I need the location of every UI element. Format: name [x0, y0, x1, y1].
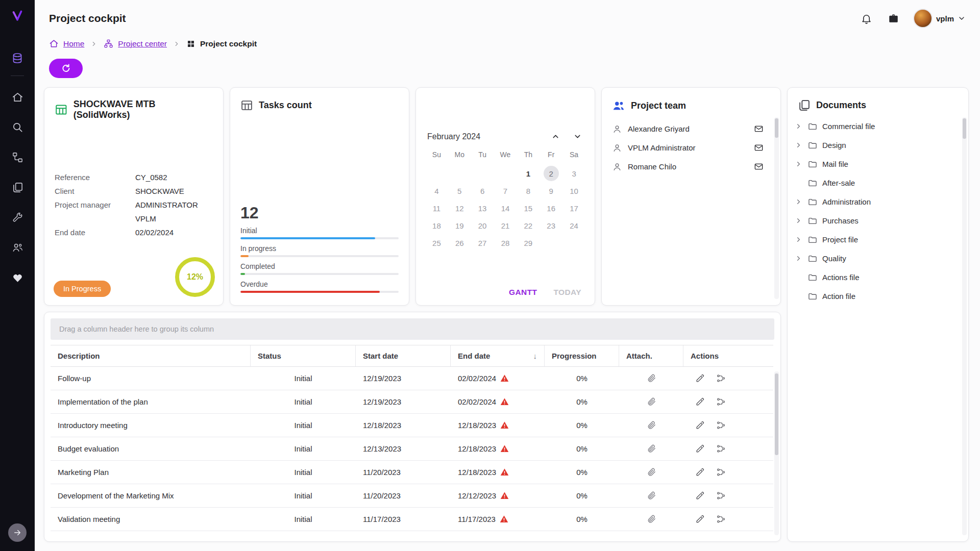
calendar-day[interactable]: 8: [517, 182, 540, 199]
gantt-button[interactable]: GANTT: [509, 288, 537, 297]
chevron-right-icon[interactable]: [795, 160, 803, 168]
team-member-row[interactable]: Romane Chilo: [612, 157, 773, 176]
table-scrollbar[interactable]: [774, 371, 779, 535]
email-member-button[interactable]: [752, 160, 765, 173]
calendar-day[interactable]: 25: [425, 234, 448, 252]
user-menu-button[interactable]: vplm: [913, 9, 966, 28]
notifications-button[interactable]: [859, 11, 874, 26]
calendar-day[interactable]: 6: [471, 182, 494, 199]
calendar-day[interactable]: 20: [471, 217, 494, 234]
calendar-day[interactable]: 16: [540, 199, 562, 217]
edit-task-button[interactable]: [694, 395, 706, 408]
table-row[interactable]: Implementation of the plan Initial 12/19…: [51, 390, 773, 414]
calendar-day[interactable]: 23: [540, 217, 562, 234]
edit-task-button[interactable]: [694, 442, 706, 455]
scrollbar-thumb[interactable]: [775, 118, 778, 138]
task-workflow-button[interactable]: [715, 372, 727, 385]
calendar-next-button[interactable]: [572, 131, 583, 142]
email-member-button[interactable]: [752, 122, 765, 135]
calendar-day-selected[interactable]: 2: [540, 165, 562, 182]
table-row[interactable]: Budget evaluation Initial 12/13/2023 12/…: [51, 437, 773, 461]
email-member-button[interactable]: [752, 141, 765, 154]
table-row[interactable]: Introductory meeting Initial 12/18/2023 …: [51, 414, 773, 437]
attachment-button[interactable]: [645, 372, 658, 385]
edit-task-button[interactable]: [694, 513, 706, 525]
task-workflow-button[interactable]: [715, 489, 727, 502]
scrollbar-thumb[interactable]: [775, 373, 778, 455]
column-header-attach[interactable]: Attach.: [619, 345, 683, 366]
breadcrumb-home[interactable]: Home: [49, 39, 84, 48]
sidebar-expand-button[interactable]: [8, 523, 27, 542]
calendar-day[interactable]: 29: [517, 234, 540, 252]
calendar-day[interactable]: 5: [448, 182, 471, 199]
task-workflow-button[interactable]: [715, 513, 727, 525]
calendar-day[interactable]: 19: [448, 217, 471, 234]
document-folder-row[interactable]: Commercial file: [795, 117, 962, 136]
calendar-day[interactable]: 4: [425, 182, 448, 199]
chevron-right-icon[interactable]: [795, 141, 803, 149]
today-button[interactable]: TODAY: [553, 288, 581, 297]
nav-documents-icon[interactable]: [11, 181, 24, 194]
nav-people-icon[interactable]: [11, 241, 24, 255]
nav-layers-icon[interactable]: [10, 51, 24, 65]
document-folder-row[interactable]: Administration: [795, 192, 962, 211]
chevron-right-icon[interactable]: [795, 122, 803, 130]
calendar-day[interactable]: 10: [562, 182, 585, 199]
table-row[interactable]: Follow-up Initial 12/19/2023 02/02/2024 …: [51, 367, 773, 390]
task-workflow-button[interactable]: [715, 395, 727, 408]
document-folder-row[interactable]: Project file: [795, 230, 962, 249]
team-member-row[interactable]: Alexandre Griyard: [612, 119, 773, 138]
calendar-day[interactable]: 21: [494, 217, 517, 234]
nav-favorites-icon[interactable]: [11, 271, 24, 285]
attachment-button[interactable]: [645, 513, 658, 525]
nav-home-icon[interactable]: [11, 90, 24, 104]
document-folder-row[interactable]: Action file: [795, 287, 962, 306]
task-workflow-button[interactable]: [715, 466, 727, 479]
column-header-actions[interactable]: Actions: [683, 345, 773, 366]
column-header-status[interactable]: Status: [251, 345, 356, 366]
document-folder-row[interactable]: Quality: [795, 249, 962, 268]
calendar-day[interactable]: 14: [494, 199, 517, 217]
refresh-button[interactable]: [49, 59, 83, 78]
document-folder-row[interactable]: After-sale: [795, 173, 962, 192]
calendar-day[interactable]: 15: [517, 199, 540, 217]
calendar-day[interactable]: 9: [540, 182, 562, 199]
calendar-day[interactable]: 26: [448, 234, 471, 252]
table-row[interactable]: Validation meeting Initial 11/17/2023 11…: [51, 508, 773, 531]
calendar-day[interactable]: 13: [471, 199, 494, 217]
team-member-row[interactable]: VPLM Administrator: [612, 138, 773, 157]
chevron-right-icon[interactable]: [795, 255, 803, 262]
task-workflow-button[interactable]: [715, 419, 727, 432]
table-row[interactable]: Marketing Plan Initial 11/20/2023 12/18/…: [51, 461, 773, 484]
calendar-day[interactable]: 11: [425, 199, 448, 217]
attachment-button[interactable]: [645, 395, 658, 408]
calendar-day[interactable]: 28: [494, 234, 517, 252]
column-header-description[interactable]: Description: [51, 345, 251, 366]
group-by-drop-zone[interactable]: Drag a column header here to group its c…: [51, 318, 774, 340]
column-header-end-date[interactable]: End date ↓: [451, 345, 545, 366]
attachment-button[interactable]: [645, 419, 658, 432]
calendar-day[interactable]: 3: [562, 165, 585, 182]
table-row[interactable]: Development of the Marketing Mix Initial…: [51, 484, 773, 508]
scrollbar-thumb[interactable]: [963, 118, 966, 139]
calendar-day[interactable]: 22: [517, 217, 540, 234]
document-folder-row[interactable]: Actions file: [795, 268, 962, 287]
edit-task-button[interactable]: [694, 419, 706, 432]
calendar-day[interactable]: 18: [425, 217, 448, 234]
column-header-progression[interactable]: Progression: [545, 345, 619, 366]
team-scrollbar[interactable]: [774, 117, 779, 299]
attachment-button[interactable]: [645, 466, 658, 479]
chevron-right-icon[interactable]: [795, 217, 803, 224]
calendar-day[interactable]: 17: [562, 199, 585, 217]
calendar-day[interactable]: 1: [517, 165, 540, 182]
breadcrumb-project-center[interactable]: Project center: [104, 39, 167, 48]
attachment-button[interactable]: [645, 442, 658, 455]
document-folder-row[interactable]: Purchases: [795, 211, 962, 230]
document-folder-row[interactable]: Design: [795, 136, 962, 155]
calendar-day[interactable]: 27: [471, 234, 494, 252]
task-workflow-button[interactable]: [715, 442, 727, 455]
nav-tools-icon[interactable]: [11, 211, 24, 224]
documents-scrollbar[interactable]: [962, 117, 967, 535]
calendar-prev-button[interactable]: [550, 131, 561, 142]
calendar-day[interactable]: 24: [562, 217, 585, 234]
